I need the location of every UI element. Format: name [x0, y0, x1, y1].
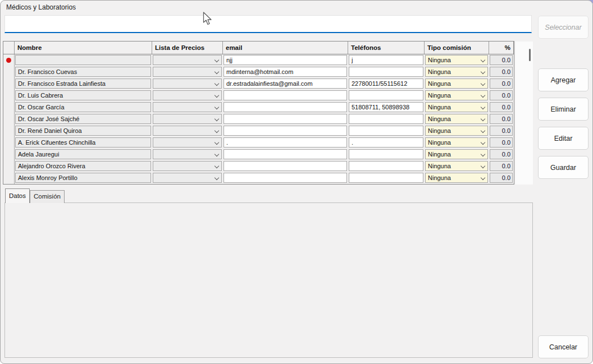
row-selector[interactable] — [3, 102, 15, 113]
cell-tipo-comision-combo[interactable]: Ninguna — [425, 79, 488, 89]
table-row[interactable]: Dr. Oscar García 51808711, 50898938 Ning… — [3, 102, 514, 113]
cell-nombre[interactable]: Dr. Francisco Cuevas — [15, 67, 151, 77]
table-row[interactable]: Dr. René Daniel Quiroa Ninguna 0.0 — [3, 125, 514, 137]
cell-email[interactable] — [223, 173, 347, 183]
cell-nombre[interactable]: A. Erick Cifuentes Chinchilla — [15, 137, 151, 148]
cell-telefonos[interactable] — [349, 173, 423, 183]
cell-lista-precios-combo[interactable] — [153, 102, 222, 112]
cell-email[interactable]: mdinterna@hotmail.com — [223, 67, 347, 77]
seleccionar-button[interactable]: Seleccionar — [538, 16, 589, 39]
grid-header-lista-de-precios[interactable]: Lista de Precios — [152, 42, 223, 54]
row-selector[interactable] — [3, 113, 15, 125]
cell-telefonos[interactable] — [349, 90, 423, 100]
cell-nombre[interactable]: Dr. Oscar García — [15, 102, 151, 112]
table-row[interactable]: Dr. Oscar José Sajché Ninguna 0.0 — [3, 113, 514, 125]
cell-lista-precios-combo[interactable] — [153, 161, 222, 171]
search-input[interactable] — [4, 15, 532, 33]
cell-lista-precios-combo[interactable] — [153, 79, 222, 89]
cell-telefonos[interactable] — [349, 161, 423, 171]
table-row[interactable]: njj j Ninguna 0.0 — [3, 54, 514, 66]
cell-nombre[interactable]: Dr. Francisco Estrada Lainfiesta — [15, 79, 151, 89]
cell-lista-precios-combo[interactable] — [153, 173, 222, 183]
eliminar-button[interactable]: Eliminar — [538, 98, 589, 121]
cell-tipo-comision-combo[interactable]: Ninguna — [425, 161, 488, 171]
cell-tipo-comision-combo[interactable]: Ninguna — [425, 67, 488, 77]
cell-email[interactable] — [223, 114, 347, 124]
cell-telefonos[interactable]: 22780011/55115612 — [349, 79, 423, 89]
cell-nombre[interactable]: Alejandro Orozco Rivera — [15, 161, 151, 171]
table-row[interactable]: A. Erick Cifuentes Chinchilla . . Ningun… — [3, 137, 514, 149]
grid-scrollbar-thumb[interactable] — [529, 49, 531, 61]
cell-lista-precios-combo[interactable] — [153, 137, 222, 148]
cell-lista-precios-combo[interactable] — [153, 90, 222, 100]
cell-nombre[interactable]: Dr. Oscar José Sajché — [15, 114, 151, 124]
cell-nombre[interactable] — [15, 55, 151, 65]
cell-lista-precios-combo[interactable] — [153, 67, 222, 77]
grid-header-nombre[interactable]: Nombre — [15, 42, 152, 54]
cell-telefonos[interactable] — [349, 67, 423, 77]
cell-telefonos[interactable]: 51808711, 50898938 — [349, 102, 423, 112]
cell-email[interactable] — [223, 126, 347, 136]
tab-datos[interactable]: Datos — [5, 188, 30, 203]
grid-header-pct[interactable]: % — [489, 42, 514, 54]
cell-telefonos[interactable]: j — [349, 55, 423, 65]
cell-pct: 0.0 — [490, 173, 513, 183]
cell-telefonos[interactable] — [349, 114, 423, 124]
table-row[interactable]: Adela Jauregui Ninguna 0.0 — [3, 149, 514, 160]
chevron-down-icon — [213, 103, 221, 112]
guardar-button[interactable]: Guardar — [538, 156, 589, 179]
window-title: Médicos y Laboratorios — [6, 3, 76, 11]
cell-nombre[interactable]: Alexis Monroy Portillo — [15, 173, 151, 183]
chevron-down-icon — [479, 162, 487, 171]
table-row[interactable]: Dr. Francisco Estrada Lainfiesta dr.estr… — [3, 78, 514, 90]
row-selector[interactable] — [3, 172, 15, 184]
cell-nombre[interactable]: Dr. René Daniel Quiroa — [15, 126, 151, 136]
row-selector[interactable] — [3, 160, 15, 172]
row-selector[interactable] — [3, 54, 15, 66]
cell-lista-precios-combo[interactable] — [153, 149, 222, 159]
tab-comision[interactable]: Comisión — [30, 190, 65, 203]
cell-email[interactable] — [223, 90, 347, 100]
cell-tipo-comision-combo[interactable]: Ninguna — [425, 55, 488, 65]
cell-lista-precios-combo[interactable] — [153, 55, 222, 65]
table-row[interactable]: Alejandro Orozco Rivera Ninguna 0.0 — [3, 160, 514, 172]
grid-header-telefonos[interactable]: Teléfonos — [348, 42, 425, 54]
cell-email[interactable]: . — [223, 137, 347, 148]
row-selector[interactable] — [3, 137, 15, 149]
row-selector[interactable] — [3, 90, 15, 102]
agregar-button[interactable]: Agregar — [538, 68, 589, 91]
cell-email[interactable] — [223, 149, 347, 159]
cell-pct: 0.0 — [490, 126, 513, 136]
cell-lista-precios-combo[interactable] — [153, 126, 222, 136]
cell-tipo-comision-combo[interactable]: Ninguna — [425, 173, 488, 183]
row-selector[interactable] — [3, 149, 15, 160]
cell-email[interactable] — [223, 102, 347, 112]
cell-tipo-comision-combo[interactable]: Ninguna — [425, 90, 488, 100]
cell-telefonos[interactable] — [349, 126, 423, 136]
row-selector[interactable] — [3, 66, 15, 78]
grid-header-email[interactable]: email — [223, 42, 348, 54]
table-row[interactable]: Alexis Monroy Portillo Ninguna 0.0 — [3, 172, 514, 184]
cell-tipo-comision-combo[interactable]: Ninguna — [425, 126, 488, 136]
cell-nombre[interactable]: Adela Jauregui — [15, 149, 151, 159]
cell-tipo-comision-combo[interactable]: Ninguna — [425, 137, 488, 148]
table-row[interactable]: Dr. Luis Cabrera Ninguna 0.0 — [3, 90, 514, 102]
cell-email[interactable]: dr.estradalainfiesta@gmail.com — [223, 79, 347, 89]
cell-email[interactable] — [223, 161, 347, 171]
grid-header-selector — [3, 42, 15, 54]
cell-tipo-comision-combo[interactable]: Ninguna — [425, 149, 488, 159]
cell-tipo-comision-combo[interactable]: Ninguna — [425, 114, 488, 124]
cell-telefonos[interactable]: . — [349, 137, 423, 148]
grid-header-tipo-comision[interactable]: Tipo comisión — [425, 42, 489, 54]
cell-email[interactable]: njj — [223, 55, 347, 65]
row-selector[interactable] — [3, 78, 15, 90]
table-row[interactable]: Dr. Francisco Cuevas mdinterna@hotmail.c… — [3, 66, 514, 78]
cell-telefonos[interactable] — [349, 149, 423, 159]
cell-tipo-comision-combo[interactable]: Ninguna — [425, 102, 488, 112]
row-selector[interactable] — [3, 125, 15, 137]
grid-scrollbar[interactable] — [516, 42, 533, 185]
editar-button[interactable]: Editar — [538, 127, 589, 150]
cell-lista-precios-combo[interactable] — [153, 114, 222, 124]
cell-nombre[interactable]: Dr. Luis Cabrera — [15, 90, 151, 100]
cancelar-button[interactable]: Cancelar — [538, 335, 589, 358]
